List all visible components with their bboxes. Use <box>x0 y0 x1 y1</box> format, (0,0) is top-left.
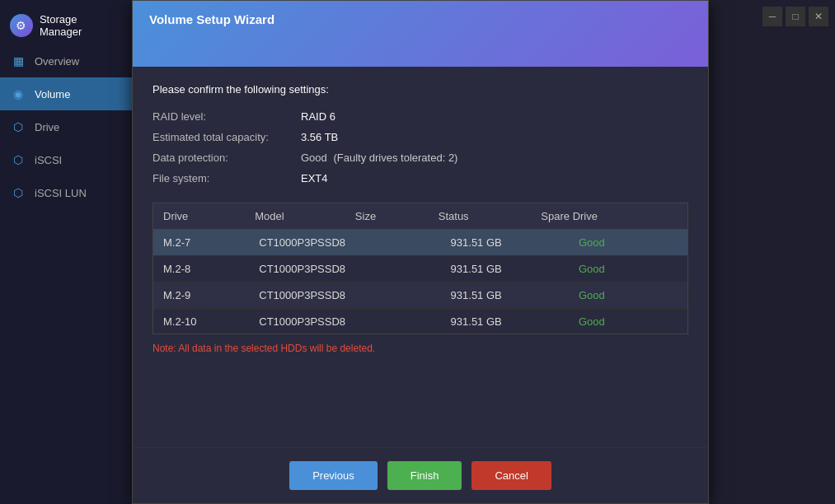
data-protection-label: Data protection: <box>152 150 301 166</box>
overview-icon: ▦ <box>10 53 26 69</box>
deletion-note: Note: All data in the selected HDDs will… <box>152 343 688 354</box>
sidebar-item-iscsi[interactable]: ⬡ iSCSI <box>0 143 132 176</box>
cell-drive: M.2-7 <box>153 230 249 256</box>
data-protection-good: Good <box>301 152 327 164</box>
sidebar-item-volume[interactable]: ◉ Volume <box>0 77 132 110</box>
cell-spare <box>652 256 687 282</box>
table-row[interactable]: M.2-8 CT1000P3PSSD8 931.51 GB Good <box>153 256 687 282</box>
cell-status: Good <box>569 230 652 256</box>
cell-model: CT1000P3PSSD8 <box>249 282 440 309</box>
raid-level-value: RAID 6 <box>301 109 688 124</box>
table-header-row: Drive Model Size Status Spare Drive <box>153 203 687 230</box>
cell-size: 931.51 GB <box>441 230 569 256</box>
col-drive: Drive <box>153 203 245 230</box>
cell-model: CT1000P3PSSD8 <box>249 309 440 334</box>
file-system-value: EXT4 <box>301 170 688 186</box>
sidebar-item-drive[interactable]: ⬡ Drive <box>0 110 132 143</box>
table-row[interactable]: M.2-10 CT1000P3PSSD8 931.51 GB Good <box>153 309 687 334</box>
sidebar-item-label: Volume <box>35 88 70 100</box>
drive-icon: ⬡ <box>10 119 26 135</box>
cell-status: Good <box>569 256 652 282</box>
cell-size: 931.51 GB <box>441 282 569 309</box>
col-size: Size <box>345 203 429 230</box>
col-spare: Spare Drive <box>531 203 687 230</box>
settings-grid: RAID level: RAID 6 Estimated total capac… <box>152 109 688 186</box>
cell-model: CT1000P3PSSD8 <box>249 256 440 282</box>
col-status: Status <box>429 203 532 230</box>
sidebar-item-label: iSCSI <box>35 154 62 166</box>
dialog-body: Please confirm the following settings: R… <box>133 67 708 447</box>
dialog-footer: Previous Finish Cancel <box>133 447 708 503</box>
table-body-wrapper[interactable]: M.2-7 CT1000P3PSSD8 931.51 GB Good M.2-8… <box>153 230 687 334</box>
data-protection-extra: (Faulty drives tolerated: 2) <box>333 152 457 164</box>
sidebar-item-overview[interactable]: ▦ Overview <box>0 44 132 77</box>
sidebar-item-label: iSCSI LUN <box>35 187 87 199</box>
cell-model: CT1000P3PSSD8 <box>249 230 440 256</box>
drive-table-container: Drive Model Size Status Spare Drive M.2-… <box>152 203 688 334</box>
table-row[interactable]: M.2-9 CT1000P3PSSD8 931.51 GB Good <box>153 282 687 309</box>
data-protection-value: Good (Faulty drives tolerated: 2) <box>301 150 688 166</box>
cell-status: Good <box>569 309 652 334</box>
cell-spare <box>652 309 687 334</box>
finish-button[interactable]: Finish <box>387 461 462 490</box>
cell-drive: M.2-9 <box>153 282 249 309</box>
app-icon: ⚙ <box>10 14 33 37</box>
volume-icon: ◉ <box>10 86 26 102</box>
drive-table-body: M.2-7 CT1000P3PSSD8 931.51 GB Good M.2-8… <box>153 230 687 334</box>
cell-status: Good <box>569 282 652 309</box>
dialog-title: Volume Setup Wizard <box>149 12 274 26</box>
window-controls: ─ □ ✕ <box>756 0 835 33</box>
sidebar-item-label: Overview <box>35 55 79 68</box>
previous-button[interactable]: Previous <box>289 461 378 490</box>
dialog-header: Volume Setup Wizard <box>133 1 708 67</box>
drive-table: Drive Model Size Status Spare Drive <box>153 203 687 230</box>
table-row[interactable]: M.2-7 CT1000P3PSSD8 931.51 GB Good <box>153 230 687 256</box>
col-model: Model <box>245 203 345 230</box>
sidebar: ⚙ Storage Manager ▦ Overview ◉ Volume ⬡ … <box>0 0 132 504</box>
capacity-label: Estimated total capacity: <box>152 129 301 145</box>
volume-setup-wizard-dialog: Volume Setup Wizard Please confirm the f… <box>132 0 709 504</box>
cancel-button[interactable]: Cancel <box>471 461 551 490</box>
iscsi-icon: ⬡ <box>10 152 26 168</box>
app-title: Storage Manager <box>40 13 122 38</box>
sidebar-item-iscsi-lun[interactable]: ⬡ iSCSI LUN <box>0 176 132 209</box>
confirm-title: Please confirm the following settings: <box>152 83 688 96</box>
cell-size: 931.51 GB <box>441 309 569 334</box>
cell-spare <box>652 282 687 309</box>
raid-level-label: RAID level: <box>152 109 301 124</box>
cell-drive: M.2-8 <box>153 256 249 282</box>
capacity-value: 3.56 TB <box>301 129 688 145</box>
cell-spare <box>652 230 687 256</box>
minimize-button[interactable]: ─ <box>762 7 782 26</box>
app-header: ⚙ Storage Manager <box>0 7 132 44</box>
app-icon-symbol: ⚙ <box>16 19 26 32</box>
iscsi-lun-icon: ⬡ <box>10 184 26 201</box>
maximize-button[interactable]: □ <box>786 7 805 26</box>
cell-size: 931.51 GB <box>441 256 569 282</box>
sidebar-item-label: Drive <box>35 121 59 133</box>
close-button[interactable]: ✕ <box>809 7 828 26</box>
cell-drive: M.2-10 <box>153 309 249 334</box>
file-system-label: File system: <box>152 170 301 186</box>
